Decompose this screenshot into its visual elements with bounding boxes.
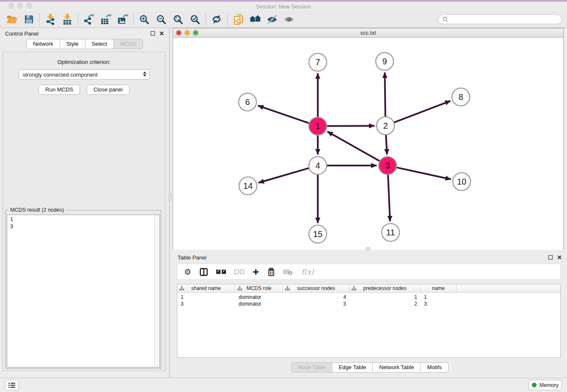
maximize-window-icon[interactable] [26, 3, 32, 8]
application-window: Session: New Session [0, 0, 567, 392]
graph-node-1[interactable]: 1 [309, 117, 327, 135]
mcds-result-lines: 13 [7, 215, 160, 231]
table-row[interactable]: 3dominator323 [177, 301, 560, 307]
maximize-view-icon[interactable]: + [193, 30, 198, 36]
mcds-result-fieldset: MCDS result (2 nodes) 13 [6, 210, 161, 369]
column-header-successor-nodes[interactable]: successor nodes [283, 284, 350, 292]
table-cell: dominator [235, 294, 283, 300]
task-history-button[interactable] [5, 380, 19, 390]
search-field[interactable] [438, 14, 562, 24]
column-header-shared-name[interactable]: shared name [177, 284, 235, 292]
graph-node-4[interactable]: 4 [309, 157, 327, 174]
select-all-icon[interactable] [216, 270, 226, 274]
toolbar-separator [39, 13, 40, 26]
graph-edge-1-2[interactable] [327, 126, 374, 126]
import-table-icon[interactable] [59, 12, 76, 27]
node-table[interactable]: shared name MCDS role successor nodes pr… [177, 284, 561, 358]
tab-mcds[interactable]: MCDS [113, 39, 143, 49]
function-builder-icon: f(x) [301, 268, 314, 276]
close-panel-button[interactable]: Close panel [87, 85, 129, 95]
delete-column-icon[interactable] [267, 268, 275, 276]
list-icon [8, 382, 15, 388]
graph-edge-2-8[interactable] [394, 101, 451, 122]
vertical-splitter-handle[interactable] [168, 194, 171, 202]
close-table-panel-icon[interactable]: ✕ [557, 255, 562, 259]
close-panel-icon[interactable]: ✕ [159, 31, 164, 36]
network-file-icon[interactable] [230, 12, 247, 27]
hide-selected-icon[interactable] [264, 12, 281, 27]
table-settings-icon[interactable]: ⚙ [184, 268, 191, 276]
open-session-icon[interactable] [3, 12, 20, 27]
graph-edge-2-3[interactable] [386, 135, 387, 155]
graph-node-15[interactable]: 15 [309, 225, 327, 243]
table-panel-header: Table Panel ✕ [173, 252, 567, 263]
refresh-view-icon[interactable] [208, 12, 225, 27]
tab-style[interactable]: Style [60, 39, 85, 49]
table-tab-motifs[interactable]: Motifs [420, 362, 449, 373]
network-window-titlebar[interactable]: ✕−+ scc.txt [173, 28, 563, 38]
save-session-icon[interactable] [20, 12, 37, 27]
network-window-controls[interactable]: ✕−+ [176, 30, 198, 36]
split-panel-icon[interactable] [200, 268, 208, 276]
show-all-icon[interactable] [281, 12, 297, 27]
tab-network[interactable]: Network [26, 39, 60, 49]
table-row[interactable]: 1dominator411 [177, 294, 560, 301]
graph-node-10[interactable]: 10 [453, 173, 471, 190]
zoom-fit-icon[interactable] [170, 12, 187, 27]
graph-edge-2-9[interactable] [385, 72, 385, 116]
zoom-in-icon[interactable] [136, 12, 153, 27]
table-cell: dominator [235, 301, 283, 307]
tab-select[interactable]: Select [85, 39, 114, 49]
table-toolbar: ⚙ + f(x) [177, 264, 561, 280]
deselect-all-icon[interactable] [234, 270, 244, 274]
mcds-result-line: 3 [10, 223, 157, 230]
window-controls[interactable] [8, 3, 32, 8]
graph-edge-4-14[interactable] [259, 168, 309, 183]
horizontal-splitter-handle[interactable] [366, 247, 370, 250]
add-column-icon[interactable]: + [253, 268, 259, 276]
import-network-icon[interactable] [42, 12, 59, 27]
minimize-view-icon[interactable]: − [184, 30, 190, 36]
graph-edge-1-6[interactable] [258, 105, 309, 123]
float-table-panel-icon[interactable] [548, 255, 553, 259]
table-tabs: Node TableEdge TableNetwork TableMotifs [173, 362, 567, 373]
network-graph[interactable]: 7968124314101511 [173, 38, 564, 250]
search-input[interactable] [450, 17, 558, 22]
export-image-icon[interactable] [114, 12, 131, 27]
export-network-icon[interactable] [80, 12, 97, 27]
network-canvas[interactable]: 7968124314101511 [173, 38, 563, 250]
result-scrollbar[interactable] [154, 215, 160, 367]
home-icon[interactable] [247, 12, 264, 27]
close-view-icon[interactable]: ✕ [176, 30, 182, 36]
table-tab-network-table[interactable]: Network Table [372, 362, 421, 373]
criterion-select[interactable]: strongly connected component [19, 69, 150, 80]
zoom-out-icon[interactable] [153, 12, 170, 27]
column-header-mcds-role[interactable]: MCDS role [235, 284, 283, 292]
graph-edge-3-10[interactable] [396, 168, 451, 179]
table-tab-edge-table[interactable]: Edge Table [332, 362, 373, 373]
export-table-icon[interactable] [97, 12, 114, 27]
graph-node-11[interactable]: 11 [382, 224, 399, 241]
graph-node-7[interactable]: 7 [309, 53, 327, 71]
mcds-result-area[interactable]: 13 [7, 215, 160, 367]
column-header-name[interactable]: name [421, 284, 457, 292]
graph-node-8[interactable]: 8 [452, 88, 470, 106]
search-icon [443, 17, 448, 22]
memory-button[interactable]: Memory [528, 380, 562, 390]
optimization-label: Optimization criterion: [3, 59, 165, 65]
float-panel-icon[interactable] [151, 31, 155, 36]
graph-node-9[interactable]: 9 [376, 52, 394, 70]
graph-node-3[interactable]: 3 [379, 157, 396, 174]
run-mcds-button[interactable]: Run MCDS [39, 85, 80, 95]
graph-node-6[interactable]: 6 [239, 93, 256, 111]
close-window-icon[interactable] [8, 3, 14, 8]
zoom-selected-icon[interactable] [187, 12, 204, 27]
graph-edge-3-11[interactable] [388, 175, 390, 221]
column-header-predecessor-nodes[interactable]: predecessor nodes [350, 284, 421, 292]
graph-node-2[interactable]: 2 [377, 117, 394, 135]
window-title: Session: New Session [256, 3, 311, 10]
graph-node-14[interactable]: 14 [239, 177, 257, 195]
minimize-window-icon[interactable] [17, 3, 23, 8]
graph-edge-3-1[interactable] [328, 132, 380, 161]
table-tab-node-table[interactable]: Node Table [291, 362, 333, 373]
